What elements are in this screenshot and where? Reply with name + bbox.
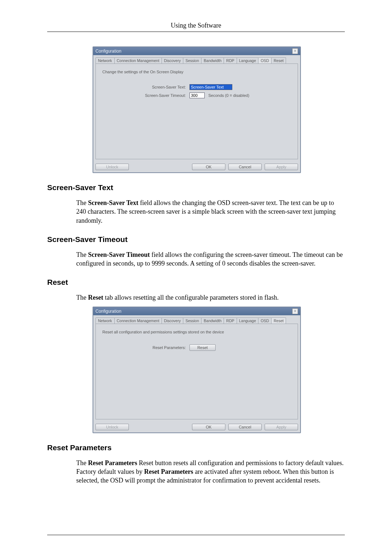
ok-button[interactable]: OK [192,424,225,430]
tab-bandwidth[interactable]: Bandwidth [201,57,224,63]
tab-rdp[interactable]: RDP [224,57,237,63]
dialog-buttons: Unlock OK Cancel Apply [93,161,300,172]
tab-description: Change the settings of the On Screen Dis… [102,70,291,74]
tab-strip: Network Connection Management Discovery … [93,315,300,324]
dialog-titlebar: Configuration × [93,307,300,315]
heading-screensaver-text: Screen-Saver Text [47,183,345,192]
heading-reset: Reset [47,278,345,287]
reset-parameters-label: Reset Parameters: [102,345,189,350]
tab-page: Reset all configuration and permissions … [95,324,298,419]
para-screensaver-text: The Screen-Saver Text field allows the c… [76,198,345,225]
screensaver-timeout-label: Screen-Saver Timeout: [102,93,189,98]
footer-rule [47,535,345,535]
tab-network[interactable]: Network [95,57,115,63]
timeout-suffix: Seconds (0 = disabled) [208,93,249,98]
tab-connection-management[interactable]: Connection Management [114,57,162,63]
ok-button[interactable]: OK [192,164,225,170]
screensaver-text-label: Screen-Saver Text: [102,85,189,89]
tab-discovery[interactable]: Discovery [162,317,183,324]
tab-discovery[interactable]: Discovery [162,57,183,63]
tab-page: Change the settings of the On Screen Dis… [95,63,298,159]
tab-osd[interactable]: OSD [258,317,271,324]
tab-osd[interactable]: OSD [258,57,271,63]
tab-connection-management[interactable]: Connection Management [114,317,162,324]
tab-reset[interactable]: Reset [271,57,286,63]
tab-session[interactable]: Session [183,57,201,63]
tab-description: Reset all configuration and permissions … [102,330,291,334]
close-icon[interactable]: × [292,308,298,314]
reset-dialog-screenshot: Configuration × Network Connection Manag… [93,307,299,433]
dialog-title: Configuration [95,309,121,314]
tab-bandwidth[interactable]: Bandwidth [201,317,224,324]
osd-dialog-screenshot: Configuration × Network Connection Manag… [93,46,299,173]
dialog-titlebar: Configuration × [93,47,300,55]
cancel-button[interactable]: Cancel [228,164,262,170]
unlock-button[interactable]: Unlock [95,424,129,430]
tab-reset[interactable]: Reset [271,317,286,324]
tab-strip: Network Connection Management Discovery … [93,55,300,63]
heading-reset-parameters: Reset Parameters [47,443,345,452]
running-head: Using the Software [47,22,345,32]
tab-rdp[interactable]: RDP [224,317,237,324]
para-reset-parameters: The Reset Parameters Reset button resets… [76,459,345,485]
tab-session[interactable]: Session [183,317,201,324]
dialog-buttons: Unlock OK Cancel Apply [93,422,300,432]
heading-screensaver-timeout: Screen-Saver Timeout [47,235,345,244]
reset-button[interactable]: Reset [189,344,216,351]
para-screensaver-timeout: The Screen-Saver Timeout field allows th… [76,250,345,268]
apply-button[interactable]: Apply [265,164,298,170]
tab-network[interactable]: Network [95,317,115,324]
screensaver-text-input[interactable] [189,84,232,90]
tab-language[interactable]: Language [237,57,259,63]
dialog-title: Configuration [95,49,121,54]
unlock-button[interactable]: Unlock [95,164,129,170]
para-reset: The Reset tab allows resetting all the c… [76,293,345,302]
close-icon[interactable]: × [292,48,298,54]
cancel-button[interactable]: Cancel [228,424,262,430]
apply-button[interactable]: Apply [265,424,298,430]
tab-language[interactable]: Language [237,317,259,324]
screensaver-timeout-input[interactable] [189,93,205,98]
